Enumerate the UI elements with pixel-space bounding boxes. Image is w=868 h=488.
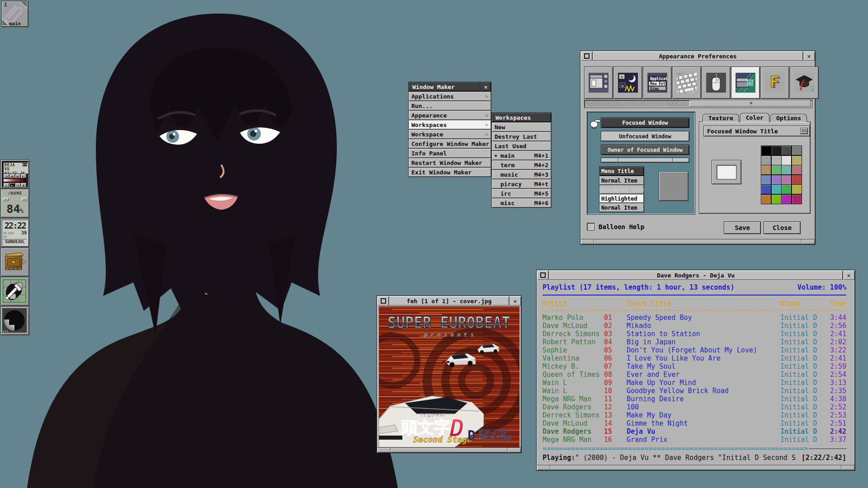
mouse-icon-tab[interactable] (702, 66, 731, 99)
track-row-14[interactable]: Dave McLoud14Gimme the NightInitial D2:5… (542, 419, 846, 427)
root-menu-titlebar[interactable]: Window Maker ✕ (408, 82, 491, 92)
save-button[interactable]: Save (724, 221, 761, 234)
close-button[interactable]: ✕ (843, 271, 854, 280)
feh-titlebar[interactable]: feh [1 of 1] - cover.jpg ✕ (377, 296, 521, 305)
keyboard-icon-tab[interactable] (672, 66, 701, 99)
section-scrollbar[interactable] (584, 100, 812, 108)
palette-color-4[interactable] (761, 155, 771, 165)
close-button[interactable]: ✕ (509, 296, 521, 305)
disk-next-button[interactable]: → (21, 197, 27, 201)
playback-progress-line[interactable]: ========================================… (542, 445, 846, 453)
resize-bar[interactable] (377, 447, 521, 452)
palette-color-22[interactable] (781, 194, 792, 204)
owner-window-preview[interactable]: Owner of Focused Window (601, 145, 689, 155)
menu-disabled-item-preview[interactable]: Disabled Item (599, 185, 644, 194)
expert-cap-icon-tab[interactable]: ! (790, 66, 819, 99)
track-row-08[interactable]: Queen of Times08Ever and EverInitial D2:… (542, 371, 846, 379)
miniaturize-button[interactable] (377, 296, 389, 305)
root-menu-item-exit-window-maker[interactable]: Exit Window Maker (408, 168, 491, 177)
root-menu-item-appearance[interactable]: Appearance▷ (408, 111, 491, 120)
play-button[interactable]: ▶ (9, 183, 15, 187)
track-row-03[interactable]: Derreck Simons03Station to StationInitia… (542, 330, 846, 338)
resize-bar[interactable] (581, 239, 815, 244)
music-player-dockapp[interactable]: DEJA VU 02:23∴35 |◀ ◀◀ ▶▶ ▶| ▲ ▶ ❙❙ ■ (0, 160, 29, 188)
palette-color-15[interactable] (792, 175, 802, 185)
rewind-button[interactable]: ◀◀ (9, 174, 15, 178)
track-row-13[interactable]: Derreck Simons13Make My DayInitial D2:53 (542, 411, 846, 419)
palette-color-18[interactable] (781, 184, 792, 194)
track-row-10[interactable]: Wain L10Goodbye Yellow Brick RoadInitial… (542, 387, 846, 395)
sphere-dockapp[interactable] (0, 306, 29, 335)
workspaces-menu-item-destroy-last[interactable]: Destroy Last (491, 132, 552, 141)
root-menu-item-run-[interactable]: Run... (408, 101, 491, 111)
desktop-moon-icon-tab[interactable]: ✕ ✕ (613, 66, 642, 99)
palette-color-0[interactable] (761, 145, 771, 155)
palette-color-19[interactable] (792, 184, 802, 194)
focused-window-preview[interactable]: Focused Window (601, 117, 689, 128)
resizebar-preview[interactable] (601, 158, 689, 163)
root-menu-item-info-panel[interactable]: Info Panel (408, 149, 491, 158)
palette-color-11[interactable] (792, 165, 802, 175)
tab-options[interactable]: Options (770, 114, 807, 122)
icon-preview[interactable] (659, 171, 689, 201)
root-menu-item-restart-window-maker[interactable]: Restart Window Maker (408, 158, 491, 168)
resize-bar[interactable] (537, 465, 854, 470)
forward-button[interactable]: ▶▶ (15, 174, 21, 178)
balloon-help-checkbox[interactable] (587, 223, 594, 230)
track-row-16[interactable]: Mega NRG Man16Grand PrixInitial D3:37 (542, 436, 846, 444)
root-menu-item-workspaces[interactable]: Workspaces▷ (408, 120, 491, 130)
palette-color-13[interactable] (771, 175, 782, 185)
palette-color-6[interactable] (781, 155, 792, 165)
palette-color-23[interactable] (792, 194, 802, 204)
track-row-02[interactable]: Dave McLoud02MikadoInitial D2:56 (542, 322, 846, 330)
disk-usage-dockapp[interactable]: /HOME ← → 88 84% (0, 189, 29, 218)
close-button-prefs[interactable]: Close (764, 221, 801, 234)
drawer-dockapp[interactable] (0, 248, 29, 277)
track-row-12[interactable]: Dave Rodgers12100Initial D2:52 (542, 403, 846, 411)
close-button[interactable]: ✕ (803, 52, 815, 61)
miniaturize-button[interactable] (537, 271, 549, 280)
root-menu-item-configure-window-maker[interactable]: Configure Window Maker (408, 139, 491, 149)
track-row-07[interactable]: Mickey B.07Take My SoulInitial D2:59 (542, 362, 846, 371)
clock-dockapp[interactable]: 22:22 AM ALRM 39 PM SUN09JUL (0, 218, 29, 247)
menus-icon-tab[interactable]: Applicati New Entr| Gimp (643, 66, 672, 99)
menu-normal-item2-preview[interactable]: Normal Item (599, 203, 644, 212)
palette-color-3[interactable] (792, 145, 802, 155)
palette-color-7[interactable] (792, 155, 802, 165)
menu-highlighted-item-preview[interactable]: Highlighted (599, 194, 644, 203)
workspaces-menu-item-irc[interactable]: ircM4+5 (491, 189, 552, 198)
workspaces-menu-item-new[interactable]: New (491, 122, 552, 132)
track-row-15[interactable]: Dave Rodgers15Deja VuInitial D2:42 (542, 427, 846, 436)
palette-color-12[interactable] (761, 175, 771, 185)
tab-color[interactable]: Color (740, 113, 769, 122)
workspaces-menu-item-main[interactable]: ◆mainM4+1 (491, 151, 552, 160)
root-menu-item-workspace[interactable]: Workspace▷ (408, 130, 491, 139)
scrollbar-knob[interactable] (689, 100, 811, 107)
disk-prev-button[interactable]: ← (3, 197, 9, 201)
workspaces-menu-item-last-used[interactable]: Last Used (491, 141, 552, 151)
track-row-01[interactable]: Marko Polo01Speedy Speed BoyInitial D3:4… (542, 314, 846, 322)
window-style-icon-tab[interactable] (584, 66, 613, 99)
player-titlebar[interactable]: Dave Rodgers - Deja Vu ✕ (537, 271, 854, 280)
track-row-04[interactable]: Robert Patton04Big in JapanInitial D2:02 (542, 338, 846, 346)
workspaces-menu-item-misc[interactable]: miscM4+6 (491, 198, 552, 208)
stop-button[interactable]: ■ (21, 183, 26, 187)
palette-color-10[interactable] (781, 165, 792, 175)
track-row-05[interactable]: Sophie05Don't You (Forget About My Love)… (542, 346, 846, 354)
root-menu-item-applications[interactable]: Applications▷ (408, 92, 491, 101)
palette-color-21[interactable] (771, 194, 782, 204)
current-color-well[interactable] (712, 160, 741, 184)
workspaces-menu-item-piracy[interactable]: piracyM4+t (491, 179, 552, 189)
appearance-split-icon-tab[interactable]: ✕ (731, 66, 760, 99)
workspace-clip[interactable]: 1 main (1, 1, 28, 27)
palette-color-5[interactable] (771, 155, 782, 165)
pause-button[interactable]: ❙❙ (15, 183, 21, 187)
palette-color-14[interactable] (781, 175, 792, 185)
font-f-icon-tab[interactable]: F F (760, 66, 789, 99)
palette-color-20[interactable] (761, 194, 771, 204)
unfocused-window-preview[interactable]: Unfocused Window (601, 131, 689, 141)
track-row-06[interactable]: Valentina06I Love You Like You AreInitia… (542, 354, 846, 362)
palette-color-9[interactable] (771, 165, 782, 175)
track-row-11[interactable]: Mega NRG Man11Burning DesireInitial D4:3… (542, 395, 846, 403)
tab-texture[interactable]: Texture (703, 114, 739, 122)
